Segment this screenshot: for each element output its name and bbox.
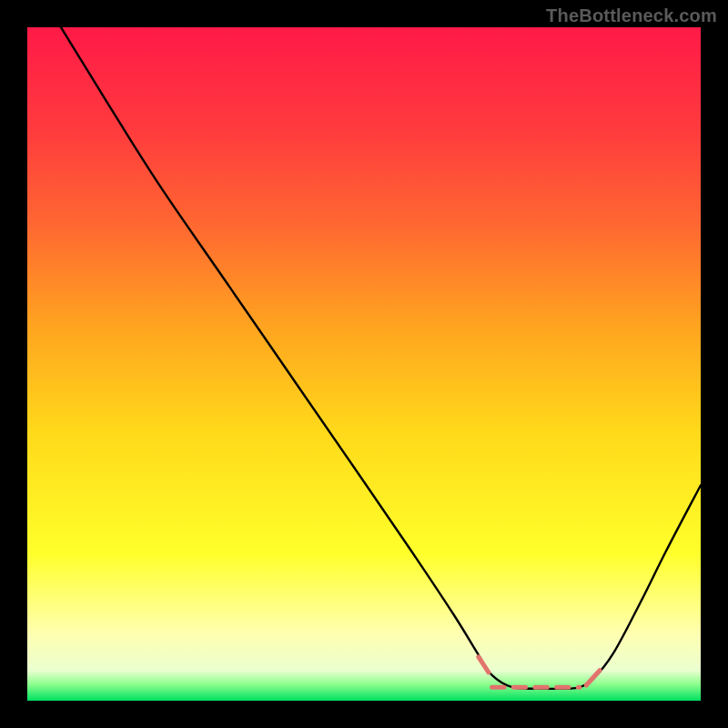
- chart-gradient-background: [27, 27, 701, 701]
- watermark-text: TheBottleneck.com: [546, 5, 717, 26]
- chart-svg: [27, 27, 701, 701]
- chart-plot-area: [27, 27, 701, 701]
